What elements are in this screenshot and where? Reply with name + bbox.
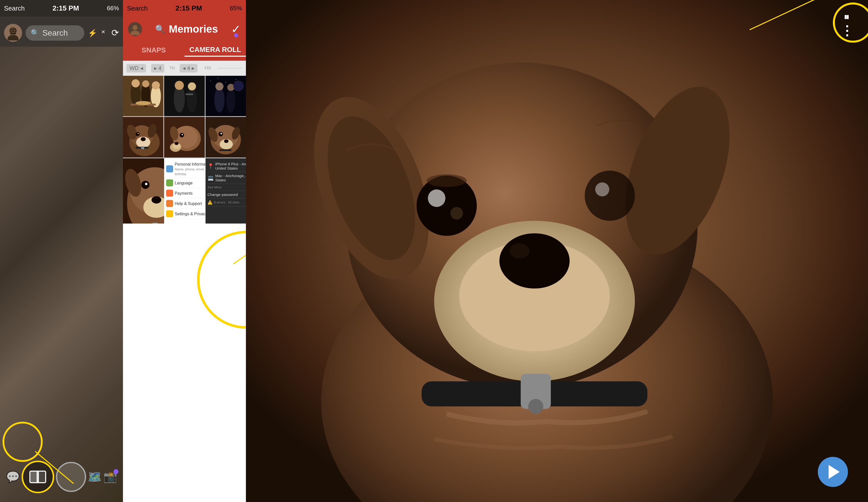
svg-point-87 bbox=[428, 189, 445, 207]
nav-chat[interactable]: 💬 bbox=[6, 470, 20, 483]
svg-point-54 bbox=[182, 134, 183, 135]
date-filter-row: WD ◂ ▸ 4 TH ◂ 4 ▸ FRI bbox=[123, 61, 246, 76]
flash-x-icon[interactable]: ✕ bbox=[101, 29, 105, 35]
svg-point-63 bbox=[220, 133, 222, 135]
middle-panel: Search 2:15 PM 65% 🔍 Memories ✓ SNAPS CA… bbox=[123, 0, 246, 502]
svg-rect-3 bbox=[10, 33, 16, 34]
date-badge-th4[interactable]: ◂ 4 ▸ bbox=[180, 64, 197, 73]
map-item-4: Change password bbox=[207, 191, 246, 198]
svg-point-26 bbox=[218, 78, 218, 79]
svg-point-21 bbox=[187, 87, 197, 112]
svg-point-34 bbox=[234, 81, 244, 91]
date-fri: FRI bbox=[205, 66, 211, 71]
three-dots-icon[interactable]: ⋮ bbox=[840, 24, 853, 37]
svg-point-13 bbox=[142, 80, 149, 87]
svg-point-88 bbox=[451, 207, 463, 220]
svg-point-85 bbox=[509, 243, 529, 258]
toolbar-right: ⚡ ✕ ⟳ bbox=[88, 28, 119, 38]
search-input[interactable]: 🔍 Search bbox=[25, 25, 84, 41]
three-dots-button[interactable]: ⋮ bbox=[840, 10, 853, 24]
search-label-left: Search bbox=[42, 28, 68, 38]
time-middle: 2:15 PM bbox=[175, 4, 202, 12]
tabs-row: SNAPS CAMERA ROLL bbox=[123, 42, 246, 61]
svg-point-52 bbox=[175, 142, 179, 145]
svg-point-42 bbox=[135, 132, 140, 136]
tab-camera-roll[interactable]: CAMERA ROLL bbox=[184, 46, 246, 57]
svg-point-32 bbox=[226, 88, 235, 113]
photo-cell-movie2[interactable] bbox=[164, 76, 205, 116]
svg-point-41 bbox=[141, 137, 146, 141]
left-panel: Search 2:15 PM 66% 🔍 Search bbox=[0, 0, 123, 502]
svg-point-91 bbox=[427, 174, 467, 187]
svg-point-8 bbox=[131, 31, 140, 35]
memories-button[interactable] bbox=[22, 461, 54, 493]
svg-point-27 bbox=[225, 82, 226, 82]
chat-icon: 💬 bbox=[6, 470, 20, 483]
svg-rect-64 bbox=[219, 149, 231, 151]
camera-flip-icon[interactable]: ⟳ bbox=[111, 28, 119, 38]
tab-snaps[interactable]: SNAPS bbox=[123, 46, 184, 56]
svg-point-22 bbox=[188, 82, 196, 90]
nav-map[interactable]: 🗺️ bbox=[88, 470, 102, 483]
photo-cell-map[interactable]: 📍 iPhone 8 Plus - Anchorage, AK, United … bbox=[206, 158, 246, 223]
zoom-circle-annotation bbox=[197, 231, 246, 329]
avatar[interactable] bbox=[4, 24, 22, 42]
svg-point-7 bbox=[133, 25, 137, 30]
search-icon-left: 🔍 bbox=[31, 29, 39, 37]
svg-point-30 bbox=[214, 87, 224, 112]
date-sep: TH bbox=[169, 66, 175, 71]
shutter-button[interactable] bbox=[56, 462, 86, 492]
status-bar-left: Search 2:15 PM 66% bbox=[0, 0, 123, 17]
svg-point-89 bbox=[585, 170, 635, 221]
date-line bbox=[218, 68, 242, 69]
svg-point-90 bbox=[595, 182, 609, 197]
date-badge-4[interactable]: ▸ 4 bbox=[151, 64, 164, 73]
map-icon: 🗺️ bbox=[88, 470, 102, 483]
svg-point-61 bbox=[224, 139, 228, 143]
date-badge-wd[interactable]: WD ◂ bbox=[126, 64, 146, 73]
notification-dot bbox=[113, 469, 118, 474]
nav-memories-wrapper bbox=[22, 461, 54, 493]
svg-point-20 bbox=[175, 81, 184, 90]
photo-cell-dog2[interactable] bbox=[164, 117, 205, 157]
battery-left: 66% bbox=[107, 5, 119, 12]
search-bar-left: 🔍 Search ⚡ ✕ ⟳ bbox=[0, 17, 123, 49]
nav-discover[interactable]: 📸 bbox=[103, 470, 117, 483]
zoom-line-annotation bbox=[233, 238, 246, 264]
carrier-text-middle: Search bbox=[127, 4, 147, 12]
photo-cell-movie1[interactable] bbox=[123, 76, 163, 116]
svg-point-71 bbox=[152, 196, 161, 203]
photo-cell-dog1[interactable] bbox=[123, 117, 163, 157]
svg-point-73 bbox=[145, 182, 147, 185]
svg-rect-45 bbox=[141, 146, 144, 149]
svg-point-28 bbox=[236, 79, 236, 80]
fullscreen-dog-photo: ⋮ ⋮ bbox=[246, 0, 868, 502]
svg-point-53 bbox=[180, 133, 184, 137]
photo-cell-movie3[interactable] bbox=[206, 76, 246, 116]
memories-notif-dot bbox=[234, 33, 239, 38]
svg-point-17 bbox=[135, 101, 151, 105]
map-item-2: 💻 Mac - Anchorage, AK, United States bbox=[207, 172, 246, 184]
svg-point-1 bbox=[8, 35, 19, 40]
search-icon-memories: 🔍 bbox=[155, 24, 165, 34]
status-bar-middle: Search 2:15 PM 65% bbox=[123, 0, 246, 17]
svg-point-94 bbox=[528, 399, 543, 414]
photo-cell-dog3[interactable] bbox=[206, 117, 246, 157]
map-content: 📍 iPhone 8 Plus - Anchorage, AK, United … bbox=[206, 158, 246, 223]
right-panel: ⋮ ⋮ bbox=[246, 0, 868, 502]
memories-header: 🔍 Memories ✓ bbox=[123, 17, 246, 42]
map-item-1: 📍 iPhone 8 Plus - Anchorage, AK, United … bbox=[207, 160, 246, 172]
svg-point-33 bbox=[227, 84, 234, 91]
play-icon bbox=[829, 465, 840, 479]
svg-point-43 bbox=[137, 133, 138, 134]
flash-icon[interactable]: ⚡ bbox=[88, 29, 97, 38]
avatar-memories[interactable] bbox=[128, 22, 142, 36]
svg-rect-23 bbox=[186, 94, 193, 95]
svg-point-25 bbox=[210, 81, 211, 81]
svg-point-31 bbox=[215, 82, 223, 90]
battery-middle: 65% bbox=[230, 5, 242, 12]
memories-title-group: 🔍 Memories bbox=[155, 23, 218, 35]
play-button[interactable] bbox=[818, 457, 848, 487]
dot-1: ⋮ bbox=[845, 15, 849, 19]
memories-title: Memories bbox=[169, 23, 218, 35]
